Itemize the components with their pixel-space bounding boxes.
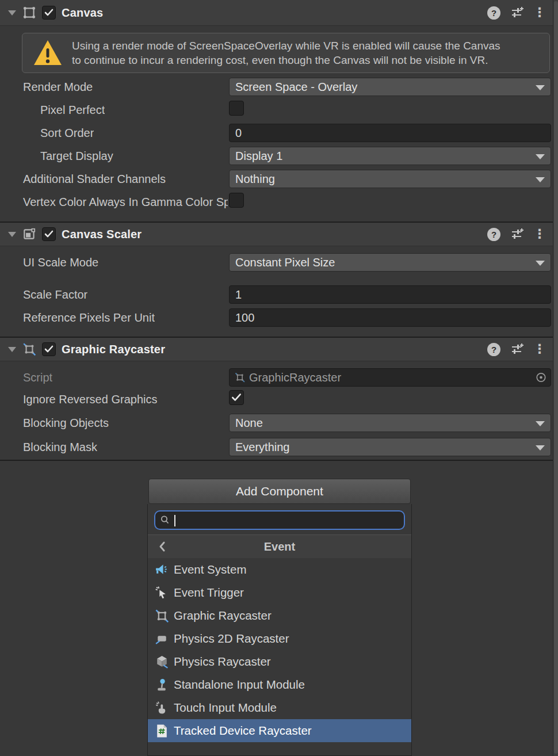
canvas-component-header: Canvas ? ⋮	[0, 0, 553, 26]
blocking-mask-label: Blocking Mask	[23, 441, 97, 454]
chevron-down-icon	[536, 261, 545, 266]
ui-scale-mode-row: UI Scale Mode Constant Pixel Size	[0, 253, 553, 272]
unity-inspector: Canvas ? ⋮ Using a render mode of Screen…	[0, 0, 558, 756]
blocking-objects-dropdown[interactable]: None	[229, 414, 551, 432]
kebab-menu-icon[interactable]: ⋮	[533, 6, 546, 19]
graphic-raycaster-icon	[22, 342, 37, 357]
object-picker-icon[interactable]	[536, 372, 546, 383]
sort-order-label: Sort Order	[40, 127, 94, 140]
scale-factor-row: Scale Factor	[0, 285, 553, 304]
list-item-touch-input-module[interactable]: Touch Input Module	[148, 696, 411, 719]
scale-factor-field[interactable]	[229, 285, 551, 304]
graphic-raycaster-icon	[154, 608, 170, 624]
render-mode-row: Render Mode Screen Space - Overlay	[0, 78, 553, 96]
kebab-menu-icon[interactable]: ⋮	[533, 343, 546, 356]
kebab-menu-icon[interactable]: ⋮	[533, 228, 546, 240]
help-icon[interactable]: ?	[487, 343, 500, 356]
reference-pixels-per-unit-field[interactable]	[229, 308, 551, 327]
list-item-graphic-raycaster[interactable]: Graphic Raycaster	[148, 604, 411, 627]
sort-order-field[interactable]	[229, 124, 551, 142]
csharp-script-icon	[154, 723, 170, 739]
list-item-physics-raycaster[interactable]: Physics Raycaster	[148, 650, 411, 673]
reference-pixels-per-unit-row: Reference Pixels Per Unit	[0, 308, 553, 327]
vertex-color-gamma-checkbox[interactable]	[229, 193, 244, 208]
target-display-label: Target Display	[40, 150, 113, 163]
vertex-color-gamma-row: Vertex Color Always In Gamma Color Space	[0, 193, 553, 211]
graphic-raycaster-enabled-checkbox[interactable]	[42, 342, 56, 356]
script-object-field[interactable]: GraphicRaycaster	[229, 368, 551, 387]
canvas-icon	[22, 5, 37, 20]
event-system-icon	[154, 562, 170, 578]
search-icon	[159, 514, 171, 526]
list-item-event-system[interactable]: Event System	[148, 558, 411, 581]
text-caret	[174, 515, 175, 526]
ignore-reversed-graphics-label: Ignore Reversed Graphics	[23, 393, 157, 406]
foldout-triangle-icon[interactable]	[8, 10, 16, 16]
component-search-box[interactable]	[154, 510, 405, 530]
foldout-triangle-icon[interactable]	[8, 347, 16, 352]
vr-render-mode-warning: Using a render mode of ScreenSpaceOverla…	[22, 33, 550, 73]
render-mode-dropdown[interactable]: Screen Space - Overlay	[229, 78, 551, 96]
ui-scale-mode-label: UI Scale Mode	[23, 256, 98, 269]
add-component-button[interactable]: Add Component	[148, 479, 411, 504]
pixel-perfect-label: Pixel Perfect	[40, 104, 105, 117]
canvas-scaler-enabled-checkbox[interactable]	[42, 227, 56, 241]
blocking-objects-row: Blocking Objects None	[0, 414, 553, 432]
help-icon[interactable]: ?	[487, 228, 500, 241]
category-header-event[interactable]: Event	[148, 534, 411, 558]
component-title: Canvas Scaler	[62, 228, 142, 241]
chevron-down-icon	[536, 445, 545, 450]
ignore-reversed-graphics-row: Ignore Reversed Graphics	[0, 390, 553, 408]
canvas-scaler-icon	[22, 227, 37, 242]
component-title: Canvas	[62, 6, 103, 20]
pixel-perfect-checkbox[interactable]	[229, 101, 244, 116]
sort-order-row: Sort Order	[0, 124, 553, 142]
blocking-objects-label: Blocking Objects	[23, 417, 109, 430]
blocking-mask-row: Blocking Mask Everything	[0, 438, 553, 456]
component-title: Graphic Raycaster	[62, 343, 165, 356]
list-item-tracked-device-raycaster[interactable]: Tracked Device Raycaster	[148, 719, 411, 742]
target-display-row: Target Display Display 1	[0, 147, 553, 165]
pixel-perfect-row: Pixel Perfect	[0, 101, 553, 119]
graphic-raycaster-icon	[234, 372, 246, 383]
script-label: Script	[23, 371, 52, 384]
additional-shader-channels-label: Additional Shader Channels	[23, 173, 166, 186]
physics-raycaster-icon	[154, 654, 170, 670]
inspector-scrollbar-thumb[interactable]	[554, 1, 558, 754]
target-display-dropdown[interactable]: Display 1	[229, 147, 551, 165]
chevron-down-icon	[536, 154, 545, 159]
component-list: Event System Event Trigger	[148, 558, 411, 742]
canvas-enabled-checkbox[interactable]	[42, 6, 56, 20]
vertex-color-gamma-label: Vertex Color Always In Gamma Color Space	[23, 196, 228, 209]
scale-factor-label: Scale Factor	[23, 288, 87, 301]
physics-2d-raycaster-icon	[154, 631, 170, 647]
standalone-input-module-icon	[154, 677, 170, 693]
add-component-popup: Event Event System	[147, 504, 412, 756]
warning-text: Using a render mode of ScreenSpaceOverla…	[72, 39, 500, 67]
list-item-physics-2d-raycaster[interactable]: Physics 2D Raycaster	[148, 627, 411, 650]
blocking-mask-dropdown[interactable]: Everything	[229, 438, 551, 456]
script-row: Script GraphicRaycaster	[0, 368, 553, 387]
chevron-down-icon	[536, 177, 545, 182]
ignore-reversed-graphics-checkbox[interactable]	[229, 390, 244, 405]
category-label: Event	[264, 540, 295, 553]
foldout-triangle-icon[interactable]	[8, 232, 16, 237]
presets-icon[interactable]	[510, 342, 524, 356]
search-input[interactable]	[171, 514, 404, 526]
chevron-down-icon	[536, 85, 545, 90]
ui-scale-mode-dropdown[interactable]: Constant Pixel Size	[229, 253, 551, 272]
inspector-scrollbar-track[interactable]	[553, 0, 558, 756]
presets-icon[interactable]	[510, 227, 524, 241]
additional-shader-channels-row: Additional Shader Channels Nothing	[0, 170, 553, 188]
back-chevron-icon[interactable]	[156, 540, 170, 553]
presets-icon[interactable]	[510, 6, 524, 20]
reference-pixels-per-unit-label: Reference Pixels Per Unit	[23, 311, 155, 324]
list-item-standalone-input-module[interactable]: Standalone Input Module	[148, 673, 411, 696]
event-trigger-icon	[154, 585, 170, 601]
render-mode-label: Render Mode	[23, 81, 93, 94]
warning-icon	[33, 39, 63, 67]
help-icon[interactable]: ?	[487, 6, 500, 20]
chevron-down-icon	[536, 421, 545, 426]
additional-shader-channels-dropdown[interactable]: Nothing	[229, 170, 551, 188]
list-item-event-trigger[interactable]: Event Trigger	[148, 581, 411, 604]
